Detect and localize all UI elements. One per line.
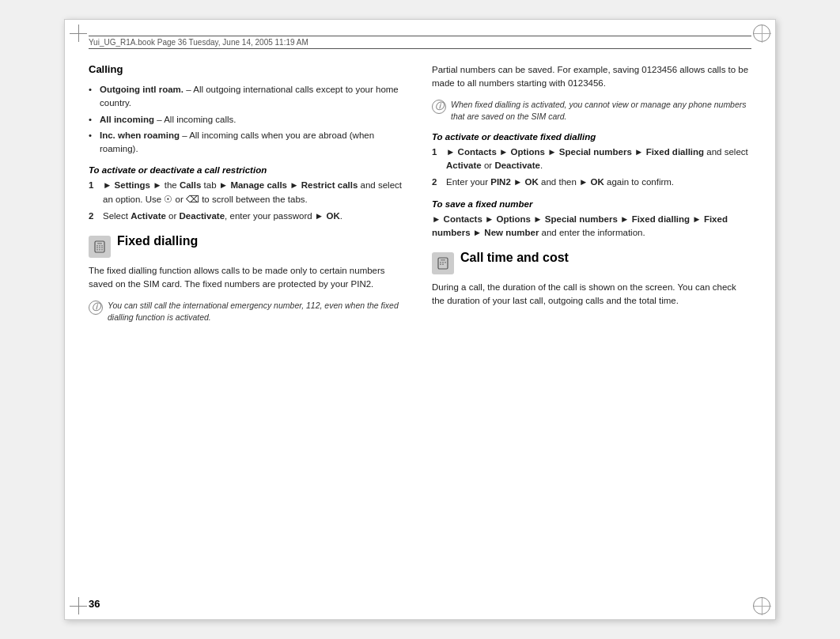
svg-rect-2	[96, 245, 98, 247]
step-1-1: 1 ► Settings ► the Calls tab ► Manage ca…	[89, 179, 408, 206]
step-text-1: ► Settings ► the Calls tab ► Manage call…	[103, 180, 402, 203]
svg-rect-15	[445, 262, 446, 263]
bullet-item-2: All incoming – All incoming calls.	[89, 113, 408, 127]
step-1-2: 2 Select Activate or Deactivate, enter y…	[89, 210, 408, 223]
note-box-2: ⓘ When fixed dialling is activated, you …	[432, 99, 751, 123]
fixed-dialling-icon	[89, 236, 111, 258]
svg-rect-9	[99, 249, 100, 251]
svg-rect-8	[96, 249, 98, 251]
instruction-steps-2: 1 ► Contacts ► Options ► Special numbers…	[432, 146, 751, 190]
svg-rect-7	[101, 248, 103, 249]
bullet-bold-1: Outgoing intl roam.	[100, 85, 184, 94]
svg-rect-13	[440, 262, 441, 263]
step-text-2-2: Enter your PIN2 ► OK and then ► OK again…	[446, 177, 674, 187]
svg-rect-12	[441, 259, 445, 261]
left-column: Calling Outgoing intl roam. – All outgoi…	[89, 63, 408, 333]
corner-mark-tl	[70, 25, 87, 42]
step-text-2: Select Activate or Deactivate, enter you…	[103, 211, 342, 221]
svg-rect-16	[440, 264, 441, 266]
fixed-dialling-body: The fixed dialling function allows calls…	[89, 264, 408, 292]
note-text-1: You can still call the international eme…	[108, 300, 408, 323]
step-num-2-1: 1	[432, 146, 437, 159]
bullet-bold-2: All incoming	[100, 115, 154, 124]
main-content: Calling Outgoing intl roam. – All outgoi…	[89, 63, 751, 333]
call-time-title: Call time and cost	[460, 251, 569, 265]
step-num-1: 1	[89, 179, 93, 192]
note-box-1: ⓘ You can still call the international e…	[89, 300, 408, 323]
page-header: Yui_UG_R1A.book Page 36 Tuesday, June 14…	[89, 36, 751, 49]
page-number: 36	[89, 598, 100, 610]
instruction-title-2: To activate or deactivate fixed dialling	[432, 132, 751, 142]
svg-rect-10	[101, 249, 103, 251]
instruction-call-restriction: To activate or deactivate a call restric…	[89, 165, 408, 223]
svg-rect-6	[99, 248, 100, 249]
instruction-steps-1: 1 ► Settings ► the Calls tab ► Manage ca…	[89, 179, 408, 223]
partial-numbers-text: Partial numbers can be saved. For exampl…	[432, 63, 751, 91]
note-icon-1: ⓘ	[89, 301, 103, 315]
instruction-save-fixed: To save a fixed number ► Contacts ► Opti…	[432, 199, 751, 240]
svg-rect-5	[96, 248, 98, 249]
calling-title: Calling	[89, 63, 408, 75]
fixed-dialling-heading-block: Fixed dialling	[89, 234, 408, 258]
corner-mark-tr	[753, 25, 770, 42]
bullet-item-1: Outgoing intl roam. – All outgoing inter…	[89, 83, 408, 111]
svg-rect-4	[101, 245, 103, 247]
svg-rect-3	[99, 245, 100, 247]
header-text: Yui_UG_R1A.book Page 36 Tuesday, June 14…	[89, 38, 308, 47]
corner-mark-bl	[70, 597, 87, 614]
bullet-list: Outgoing intl roam. – All outgoing inter…	[89, 83, 408, 156]
fixed-dialling-title: Fixed dialling	[117, 234, 198, 248]
right-column: Partial numbers can be saved. For exampl…	[432, 63, 751, 333]
call-time-body: During a call, the duration of the call …	[432, 281, 751, 308]
step-2-2: 2 Enter your PIN2 ► OK and then ► OK aga…	[432, 176, 751, 189]
instruction-fixed-dialling: To activate or deactivate fixed dialling…	[432, 132, 751, 190]
bullet-item-3: Inc. when roaming – All incoming calls w…	[89, 129, 408, 157]
note-text-2: When fixed dialling is activated, you ca…	[451, 99, 751, 123]
instruction-title-3: To save a fixed number	[432, 199, 751, 209]
call-time-heading-block: Call time and cost	[432, 251, 751, 274]
note-icon-2: ⓘ	[432, 100, 446, 114]
svg-rect-14	[442, 262, 444, 263]
svg-rect-17	[442, 264, 444, 266]
corner-mark-br	[753, 597, 770, 614]
bullet-bold-3: Inc. when roaming	[100, 130, 180, 140]
instruction-body-3: ► Contacts ► Options ► Special numbers ►…	[432, 213, 751, 240]
instruction-title-1: To activate or deactivate a call restric…	[89, 165, 408, 175]
step-num-2-2: 2	[432, 176, 437, 189]
bullet-rest-2: – All incoming calls.	[157, 115, 236, 124]
step-num-2: 2	[89, 210, 93, 223]
step-text-2-1: ► Contacts ► Options ► Special numbers ►…	[446, 147, 748, 170]
step-2-1: 1 ► Contacts ► Options ► Special numbers…	[432, 146, 751, 173]
svg-rect-1	[97, 243, 102, 244]
call-time-icon	[432, 252, 454, 274]
page: Yui_UG_R1A.book Page 36 Tuesday, June 14…	[64, 19, 776, 620]
